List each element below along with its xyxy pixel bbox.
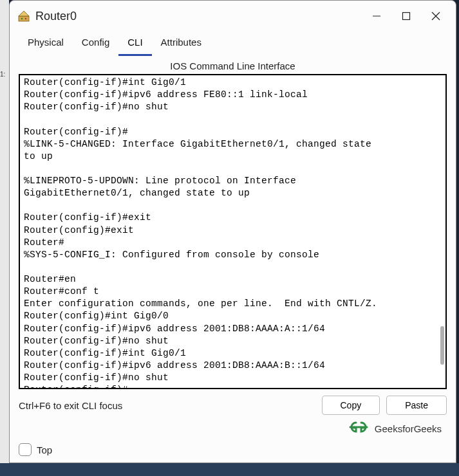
footer-bar: Ctrl+F6 to exit CLI focus Copy Paste: [10, 389, 456, 419]
tab-attributes[interactable]: Attributes: [152, 32, 211, 56]
svg-rect-0: [19, 16, 29, 21]
scrollbar-track[interactable]: [439, 75, 445, 388]
tab-cli[interactable]: CLI: [118, 32, 151, 56]
top-checkbox-label: Top: [37, 444, 52, 455]
copy-button[interactable]: Copy: [322, 396, 380, 415]
tab-bar: Physical Config CLI Attributes: [10, 32, 456, 57]
svg-point-2: [25, 18, 26, 19]
svg-rect-4: [403, 13, 410, 20]
background-bottom-strip: [0, 463, 459, 476]
maximize-button[interactable]: [391, 3, 421, 29]
panel-subtitle: IOS Command Line Interface: [10, 57, 456, 74]
top-checkbox[interactable]: [19, 443, 32, 456]
app-window: Router0 Physical Config CLI Attributes I…: [9, 0, 456, 463]
app-icon: [17, 10, 30, 23]
tab-physical[interactable]: Physical: [19, 32, 73, 56]
cli-exit-hint: Ctrl+F6 to exit CLI focus: [19, 400, 315, 411]
bottom-options: Top: [10, 439, 456, 462]
scrollbar-thumb[interactable]: [440, 326, 444, 365]
svg-point-1: [21, 18, 23, 19]
tab-config[interactable]: Config: [73, 32, 118, 56]
paste-button[interactable]: Paste: [386, 396, 447, 415]
brand-text: GeeksforGeeks: [375, 423, 442, 434]
cli-terminal[interactable]: Router(config-if)#int Gig0/1 Router(conf…: [20, 75, 439, 388]
brand-logo-icon: [348, 420, 370, 437]
terminal-container: Router(config-if)#int Gig0/1 Router(conf…: [19, 74, 447, 389]
branding: GeeksforGeeks: [10, 419, 456, 439]
window-title: Router0: [35, 10, 362, 23]
background-sliver: 1:: [0, 0, 9, 476]
titlebar: Router0: [10, 1, 456, 32]
close-button[interactable]: [421, 3, 451, 29]
minimize-button[interactable]: [362, 3, 391, 29]
